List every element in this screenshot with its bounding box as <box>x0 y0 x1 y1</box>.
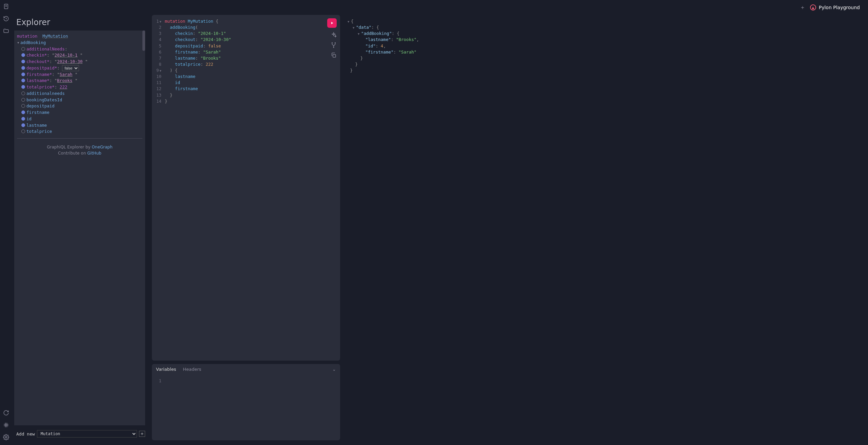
left-icon-bar <box>0 0 12 445</box>
svg-rect-5 <box>333 55 336 57</box>
checkbox-icon[interactable] <box>21 47 25 51</box>
arg-firstname[interactable]: firstname*: "Sarah " <box>17 72 142 78</box>
mutation-keyword: mutation <box>17 34 37 39</box>
checkbox-icon[interactable] <box>21 60 25 63</box>
history-icon[interactable] <box>3 16 9 22</box>
sel-lastname[interactable]: lastname <box>17 122 142 129</box>
folder-icon[interactable] <box>3 28 9 34</box>
onegraph-link[interactable]: OneGraph <box>92 145 113 149</box>
sel-id[interactable]: id <box>17 116 142 122</box>
explorer-body: mutation MyMutation ▾addBooking addition… <box>14 31 145 425</box>
add-new-select[interactable]: Mutation <box>37 430 137 438</box>
line-gutter: 1▼23456789▼1011121314 <box>152 15 163 361</box>
tab-variables[interactable]: Variables <box>156 367 176 372</box>
explorer-panel: Explorer mutation MyMutation ▾addBooking… <box>12 15 147 440</box>
arg-additionalNeeds[interactable]: additionalNeeds: <box>17 46 142 53</box>
root-field[interactable]: addBooking <box>20 40 46 45</box>
chevron-down-icon[interactable]: ⌄ <box>332 367 336 372</box>
brand-name: Pylon Playground <box>819 5 860 10</box>
arg-depositpaid[interactable]: depositpaid*: false <box>17 65 142 72</box>
query-editor[interactable]: 1▼23456789▼1011121314 mutation MyMutatio… <box>152 15 340 361</box>
add-new-button[interactable]: ＋ <box>139 431 145 437</box>
vars-gutter: 1 <box>152 375 163 440</box>
keyboard-icon[interactable] <box>3 422 9 428</box>
svg-point-2 <box>332 43 333 43</box>
arg-checkout[interactable]: checkout*: "2024-10-30 " <box>17 59 142 65</box>
github-link[interactable]: GitHub <box>87 151 101 156</box>
brand-logo-icon: ▲ <box>810 4 816 11</box>
run-button[interactable] <box>327 18 337 28</box>
checkbox-icon[interactable] <box>21 117 25 121</box>
svg-point-1 <box>5 437 7 438</box>
checkbox-icon[interactable] <box>21 104 25 108</box>
collapse-arrow-icon[interactable]: ▾ <box>17 40 20 46</box>
prettify-icon[interactable] <box>331 32 337 38</box>
docs-icon[interactable] <box>3 3 9 9</box>
checkbox-icon[interactable] <box>21 66 25 70</box>
checkbox-icon[interactable] <box>21 92 25 95</box>
tab-headers[interactable]: Headers <box>183 367 201 372</box>
checkbox-icon[interactable] <box>21 73 25 76</box>
result-pane: ▼{ ▼"data": { ▼"addBooking": { "lastname… <box>345 15 863 440</box>
add-new-row: Add new Mutation ＋ <box>12 425 147 440</box>
checkbox-icon[interactable] <box>21 123 25 127</box>
checkbox-icon[interactable] <box>21 79 25 82</box>
checkbox-icon[interactable] <box>21 53 25 57</box>
add-new-label: Add new <box>16 431 35 437</box>
refresh-icon[interactable] <box>3 410 9 416</box>
brand: ▲ Pylon Playground <box>810 4 860 11</box>
editor-area: 1▼23456789▼1011121314 mutation MyMutatio… <box>152 15 863 440</box>
sel-additionalneeds[interactable]: additionalneeds <box>17 90 142 97</box>
checkbox-icon[interactable] <box>21 98 25 102</box>
svg-point-3 <box>335 43 336 43</box>
operation-name-input[interactable]: MyMutation <box>42 34 68 39</box>
sel-totalprice[interactable]: totalprice <box>17 128 142 135</box>
explorer-scrollbar[interactable] <box>142 31 145 51</box>
add-tab-button[interactable]: ＋ <box>798 3 807 13</box>
checkbox-icon[interactable] <box>21 110 25 114</box>
topbar: ＋ ▲ Pylon Playground <box>12 0 868 15</box>
sel-bookingDatesId[interactable]: bookingDatesId <box>17 97 142 103</box>
variables-pane: Variables Headers ⌄ 1 <box>152 364 340 440</box>
arg-totalprice[interactable]: totalprice*: 222 <box>17 84 142 90</box>
svg-point-4 <box>333 47 334 48</box>
arg-lastname[interactable]: lastname*: "Brooks " <box>17 78 142 84</box>
sel-firstname[interactable]: firstname <box>17 109 142 116</box>
depositpaid-select[interactable]: false <box>62 65 79 71</box>
checkbox-icon[interactable] <box>21 129 25 133</box>
arg-checkin[interactable]: checkin*: "2024-10-1 " <box>17 52 142 59</box>
explorer-title: Explorer <box>12 15 147 31</box>
merge-icon[interactable] <box>331 42 337 48</box>
vars-editor[interactable] <box>163 375 340 440</box>
code-content[interactable]: mutation MyMutation { addBooking( checki… <box>163 15 340 361</box>
sel-depositpaid[interactable]: depositpaid <box>17 103 142 109</box>
settings-icon[interactable] <box>3 434 9 440</box>
copy-icon[interactable] <box>331 52 337 58</box>
checkbox-icon[interactable] <box>21 85 25 89</box>
explorer-credit: GraphiQL Explorer by OneGraphContribute … <box>17 142 142 158</box>
